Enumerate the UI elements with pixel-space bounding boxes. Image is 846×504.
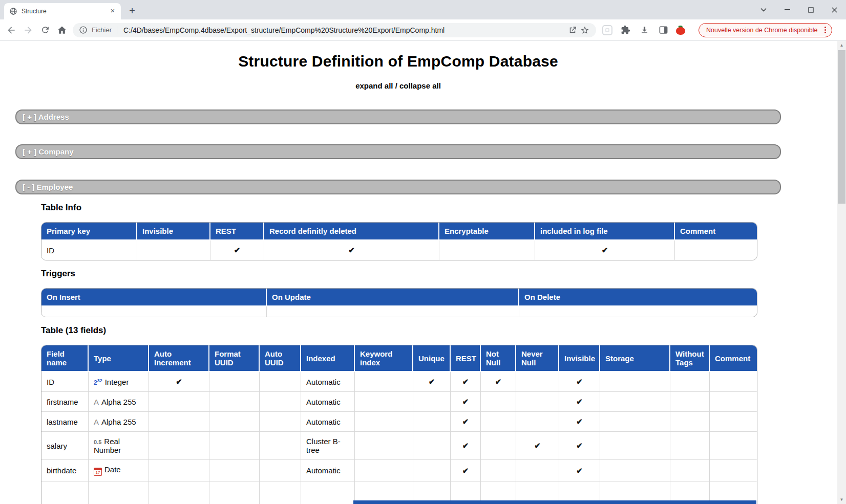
- bookmark-star-icon[interactable]: [579, 24, 591, 36]
- links-separator: /: [393, 81, 399, 90]
- window-minimize-button[interactable]: [775, 0, 799, 19]
- tomato-extension-icon[interactable]: [676, 26, 685, 35]
- cell-indexed: Automatic: [301, 412, 355, 432]
- cell-log-file: ✔: [535, 240, 675, 260]
- cell-on-insert: [41, 306, 267, 317]
- cell-storage: [600, 372, 670, 392]
- expand-all-link[interactable]: expand all: [355, 81, 393, 90]
- cell-without-tags: [670, 372, 710, 392]
- table-row: ID 232Integer ✔ Automatic ✔ ✔ ✔ ✔: [41, 372, 757, 392]
- col-header: Encryptable: [439, 223, 535, 240]
- col-header: Comment: [710, 345, 757, 372]
- cell-invisible: ✔: [559, 372, 600, 392]
- info-icon[interactable]: [79, 26, 88, 34]
- section-bar-company[interactable]: [ + ] Company: [15, 144, 781, 159]
- browser-tab[interactable]: Structure ×: [4, 3, 121, 19]
- chrome-menu-dots-icon[interactable]: [822, 27, 829, 33]
- browser-titlebar: Structure × +: [0, 0, 846, 19]
- cell-unique: [413, 392, 451, 412]
- table-row: firstname AAlpha 255 Automatic ✔ ✔: [41, 392, 757, 412]
- cell-record-deleted: ✔: [264, 240, 439, 260]
- triggers-table: On Insert On Update On Delete: [41, 288, 757, 317]
- cell-without-tags: [670, 392, 710, 412]
- col-header: Keyword index: [355, 345, 413, 372]
- cell-never-null: [516, 460, 559, 481]
- share-icon[interactable]: [566, 24, 579, 36]
- col-header: On Update: [267, 289, 519, 306]
- col-header: included in log file: [535, 223, 675, 240]
- integer-type-icon: 232: [94, 378, 102, 386]
- table-info-row: ID ✔ ✔ ✔: [41, 240, 757, 260]
- tab-title: Structure: [22, 8, 109, 15]
- tab-search-chevron-icon[interactable]: [752, 0, 775, 19]
- forward-button[interactable]: [22, 24, 34, 36]
- cell-auto-increment: [149, 460, 209, 481]
- vertical-scrollbar[interactable]: ▲ ▼: [837, 41, 846, 504]
- cell-type: 232Integer: [89, 372, 149, 392]
- cell-never-null: [516, 412, 559, 432]
- scrollbar-thumb[interactable]: [838, 50, 845, 204]
- cell-comment: [710, 460, 757, 481]
- cell-not-null: [481, 432, 516, 460]
- table-row: birthdate 17Date Automatic ✔ ✔: [41, 460, 757, 481]
- cell-unique: [413, 412, 451, 432]
- cell-type: AAlpha 255: [89, 392, 149, 412]
- table-info-heading: Table Info: [41, 203, 837, 213]
- cell-comment: [710, 392, 757, 412]
- triggers-header-row: On Insert On Update On Delete: [41, 289, 757, 306]
- section-bar-employee[interactable]: [ - ] Employee: [15, 180, 781, 194]
- col-header: Never Null: [516, 345, 559, 372]
- downloads-icon[interactable]: [638, 24, 650, 36]
- cell-invisible: ✔: [559, 432, 600, 460]
- cell-not-null: [481, 392, 516, 412]
- cell-primary-key: ID: [41, 240, 137, 260]
- cell-format-uuid: [209, 392, 260, 412]
- fields-table: Field name Type Auto Increment Format UU…: [41, 345, 757, 504]
- cell-format-uuid: [209, 432, 260, 460]
- cell-storage: [600, 392, 670, 412]
- section-bar-address[interactable]: [ + ] Address: [15, 109, 781, 124]
- col-header: On Delete: [519, 289, 757, 306]
- col-header: Invisible: [559, 345, 600, 372]
- new-tab-button[interactable]: +: [125, 4, 139, 18]
- cell-rest: ✔: [451, 372, 481, 392]
- cell-never-null: [516, 372, 559, 392]
- disabled-extension-icon[interactable]: [602, 25, 612, 35]
- cell-never-null: ✔: [516, 432, 559, 460]
- cell-without-tags: [670, 412, 710, 432]
- reload-button[interactable]: [39, 24, 51, 36]
- cell-not-null: [481, 412, 516, 432]
- alpha-type-icon: A: [94, 418, 99, 426]
- cell-invisible: [137, 240, 210, 260]
- browser-toolbar: Fichier C:/4D/bases/EmpComp.4dbase/Expor…: [0, 19, 846, 41]
- col-header: Auto Increment: [149, 345, 209, 372]
- col-header: Indexed: [301, 345, 355, 372]
- back-button[interactable]: [5, 24, 17, 36]
- collapse-all-link[interactable]: collapse all: [399, 81, 441, 90]
- scrollbar-down-icon[interactable]: ▼: [837, 495, 846, 504]
- extensions-puzzle-icon[interactable]: [619, 24, 631, 36]
- home-button[interactable]: [56, 24, 68, 36]
- col-header: Auto UUID: [260, 345, 301, 372]
- alpha-type-icon: A: [94, 398, 99, 406]
- cell-indexed: Automatic: [301, 460, 355, 481]
- omnibox-url-bar[interactable]: Fichier C:/4D/bases/EmpComp.4dbase/Expor…: [73, 23, 596, 37]
- col-header: Not Null: [481, 345, 516, 372]
- scrollbar-up-icon[interactable]: ▲: [837, 41, 846, 50]
- cell-type: 0.5Real Number: [89, 432, 149, 460]
- triggers-heading: Triggers: [41, 269, 837, 279]
- table-row: lastname AAlpha 255 Automatic ✔ ✔: [41, 412, 757, 432]
- cell-unique: ✔: [413, 372, 451, 392]
- col-header: REST: [451, 345, 481, 372]
- chrome-update-button[interactable]: Nouvelle version de Chrome disponible: [699, 23, 832, 37]
- triggers-row: [41, 306, 757, 317]
- url-text[interactable]: C:/4D/bases/EmpComp.4dbase/Export_struct…: [123, 26, 566, 34]
- cell-not-null: ✔: [481, 372, 516, 392]
- window-maximize-button[interactable]: [799, 0, 822, 19]
- tab-close-icon[interactable]: ×: [109, 7, 117, 15]
- next-row-partial: [353, 500, 756, 504]
- col-header: Primary key: [41, 223, 137, 240]
- col-header: Without Tags: [670, 345, 710, 372]
- side-panel-icon[interactable]: [657, 24, 669, 36]
- window-close-button[interactable]: [822, 0, 846, 19]
